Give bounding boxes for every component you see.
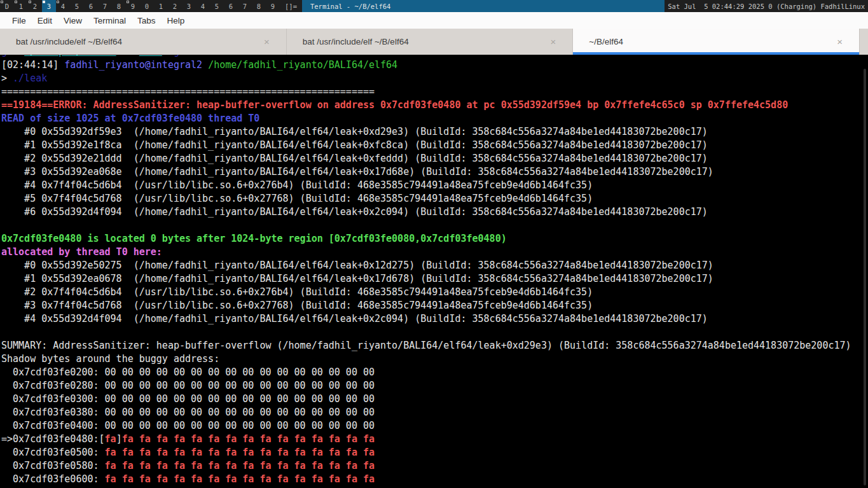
workspace-tag[interactable]: 8: [252, 0, 266, 12]
tab-bar: bat /usr/include/elf ~/B/elf64×bat /usr/…: [0, 29, 868, 55]
tag-occupied-icon: [15, 1, 17, 3]
workspace-tag[interactable]: 3: [42, 0, 56, 12]
tag-occupied-icon: [57, 1, 59, 3]
terminal-line: #4 0x7f4f04c5d6b4 (/usr/lib/libc.so.6+0x…: [1, 179, 868, 192]
menu-item-file[interactable]: File: [6, 16, 32, 25]
terminal-line: #1 0x55d392e1f8ca (/home/fadhil_riyanto/…: [1, 139, 868, 152]
terminal-line: #4 0x55d392d4f094 (/home/fadhil_riyanto/…: [1, 312, 868, 326]
terminal-line: ========================================…: [1, 85, 868, 99]
workspace-tag[interactable]: 6: [84, 0, 98, 12]
layout-symbol[interactable]: []=: [280, 0, 302, 12]
tag-occupied-icon: [1, 1, 3, 3]
tab-bar-spacer: [860, 29, 868, 55]
terminal-line: [1, 326, 868, 339]
menu-item-terminal[interactable]: Terminal: [88, 16, 132, 25]
menu-item-help[interactable]: Help: [162, 16, 191, 25]
tab-close-icon[interactable]: ×: [837, 37, 843, 46]
tab[interactable]: bat /usr/include/elf ~/B/elf64×: [0, 29, 287, 55]
workspace-tag[interactable]: 0: [140, 0, 154, 12]
terminal-line: ==19184==ERROR: AddressSanitizer: heap-b…: [1, 99, 868, 112]
terminal-line: #0 0x55d392e50275 (/home/fadhil_riyanto/…: [1, 259, 868, 272]
tab-title: ~/B/elf64: [589, 37, 837, 46]
tab[interactable]: bat /usr/include/elf ~/B/elf64×: [287, 29, 574, 55]
terminal-line: #2 0x55d392e21ddd (/home/fadhil_riyanto/…: [1, 152, 868, 165]
workspace-tag[interactable]: 4: [56, 0, 70, 12]
terminal-line: > ./leak: [1, 72, 868, 85]
tab-title: bat /usr/include/elf ~/B/elf64: [303, 37, 551, 46]
workspace-tag[interactable]: 2: [168, 0, 182, 12]
terminal-line: #5 0x7f4f04c5d768 (/usr/lib/libc.so.6+0x…: [1, 192, 868, 206]
workspace-tag[interactable]: D: [0, 0, 14, 12]
terminal-line: #3 0x7f4f04c5d768 (/usr/lib/libc.so.6+0x…: [1, 299, 868, 312]
tab-active[interactable]: ~/B/elf64×: [573, 29, 860, 55]
dwm-statusbar: D1234567890123456789 []= Terminal - ~/B/…: [0, 0, 868, 12]
terminal-line: READ of size 1025 at 0x7cdf03fe0480 thre…: [1, 112, 868, 125]
workspace-tag[interactable]: 5: [210, 0, 224, 12]
menubar: FileEditViewTerminalTabsHelp: [0, 12, 868, 29]
workspace-tag[interactable]: 1: [154, 0, 168, 12]
tag-occupied-filled-icon: [43, 1, 45, 3]
workspace-tags: D1234567890123456789: [0, 0, 280, 12]
terminal-line: [1, 219, 868, 232]
terminal-line: 0x7cdf03fe0300: 00 00 00 00 00 00 00 00 …: [1, 393, 868, 406]
window-title: Terminal - ~/B/elf64: [302, 0, 665, 12]
terminal-line: 0x7cdf03fe0380: 00 00 00 00 00 00 00 00 …: [1, 406, 868, 419]
workspace-tag[interactable]: 8: [112, 0, 126, 12]
tab-title: bat /usr/include/elf ~/B/elf64: [16, 37, 264, 46]
terminal-line: =>0x7cdf03fe0480:[fa]fa fa fa fa fa fa f…: [1, 433, 868, 446]
workspace-tag[interactable]: 3: [182, 0, 196, 12]
terminal-line: #2 0x7f4f04c5d6b4 (/usr/lib/libc.so.6+0x…: [1, 286, 868, 299]
terminal-line: SUMMARY: AddressSanitizer: heap-buffer-o…: [1, 339, 868, 352]
terminal-line: 0x7cdf03fe0200: 00 00 00 00 00 00 00 00 …: [1, 366, 868, 379]
terminal-line: #3 0x55d392ea068e (/home/fadhil_riyanto/…: [1, 165, 868, 179]
terminal-line: Shadow bytes around the buggy address:: [1, 352, 868, 366]
tag-occupied-icon: [29, 1, 31, 3]
workspace-tag[interactable]: 7: [98, 0, 112, 12]
workspace-tag[interactable]: 5: [70, 0, 84, 12]
menu-item-edit[interactable]: Edit: [32, 16, 58, 25]
workspace-tag[interactable]: 1: [14, 0, 28, 12]
workspace-tag[interactable]: 2: [28, 0, 42, 12]
terminal-line: allocated by thread T0 here:: [1, 246, 868, 259]
tab-close-icon[interactable]: ×: [264, 37, 270, 46]
terminal-line: 0x7cdf03fe0500: fa fa fa fa fa fa fa fa …: [1, 446, 868, 459]
clock-status: Sat Jul 5 02:44:29 2025 0 (Charging) Fad…: [665, 0, 868, 12]
workspace-tag[interactable]: 6: [224, 0, 238, 12]
terminal-line: #1 0x55d392ea0678 (/home/fadhil_riyanto/…: [1, 272, 868, 286]
terminal-output: gcc ./fileplo/leakre -o leak -g -fsaniti…: [1, 55, 868, 486]
terminal-line: #0 0x55d392df59e3 (/home/fadhil_riyanto/…: [1, 125, 868, 139]
terminal-line: [02:44:14] fadhil_riyanto@integral2 /hom…: [1, 59, 868, 72]
workspace-tag[interactable]: 7: [238, 0, 252, 12]
tab-close-icon[interactable]: ×: [551, 37, 556, 46]
terminal-scrollbar[interactable]: [864, 69, 866, 485]
workspace-tag[interactable]: 4: [196, 0, 210, 12]
menu-item-tabs[interactable]: Tabs: [132, 16, 162, 25]
workspace-tag[interactable]: 9: [126, 0, 140, 12]
terminal-line: 0x7cdf03fe0480 is located 0 bytes after …: [1, 232, 868, 246]
terminal-line: 0x7cdf03fe0280: 00 00 00 00 00 00 00 00 …: [1, 379, 868, 393]
tag-occupied-icon: [127, 1, 129, 3]
menu-item-view[interactable]: View: [58, 16, 88, 25]
terminal-line: 0x7cdf03fe0580: fa fa fa fa fa fa fa fa …: [1, 459, 868, 473]
terminal-line: #6 0x55d392d4f094 (/home/fadhil_riyanto/…: [1, 206, 868, 219]
terminal-line: 0x7cdf03fe0600: fa fa fa fa fa fa fa fa …: [1, 473, 868, 486]
workspace-tag[interactable]: 9: [266, 0, 280, 12]
terminal[interactable]: gcc ./fileplo/leakre -o leak -g -fsaniti…: [0, 55, 868, 488]
terminal-line: 0x7cdf03fe0400: 00 00 00 00 00 00 00 00 …: [1, 419, 868, 433]
